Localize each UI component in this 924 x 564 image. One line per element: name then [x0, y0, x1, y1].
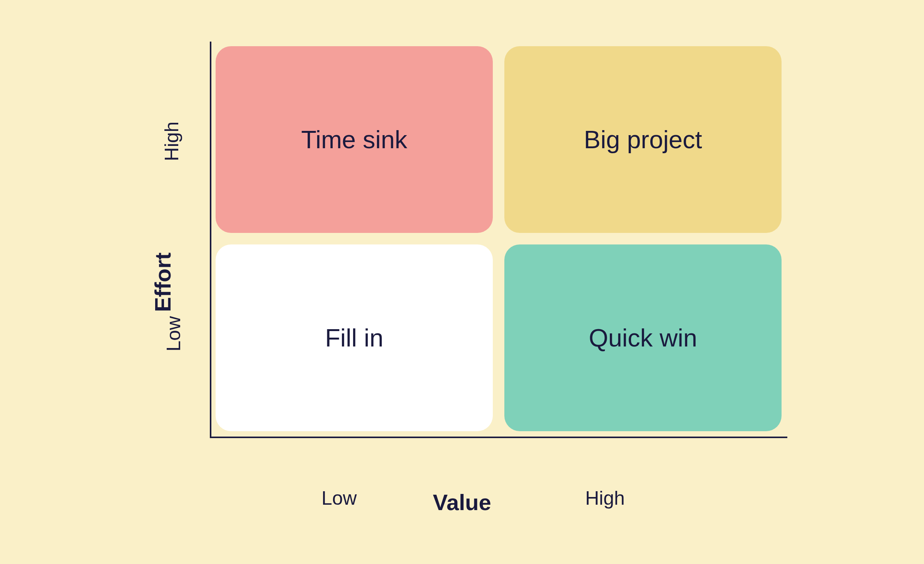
x-axis-label: Value — [433, 489, 491, 515]
quadrant-quick-win: Quick win — [504, 244, 782, 431]
x-axis-tick-high: High — [585, 487, 625, 509]
y-axis-label: Effort — [150, 252, 176, 312]
quadrant-fill-in: Fill in — [216, 244, 493, 431]
y-axis-tick-high: High — [161, 121, 183, 161]
x-axis-tick-low: Low — [321, 487, 357, 509]
effort-value-matrix: Effort High Low Time sink Big project Fi… — [92, 42, 832, 523]
quadrants-grid: Time sink Big project Fill in Quick win — [216, 46, 782, 431]
y-axis-tick-low: Low — [162, 316, 185, 351]
quadrant-time-sink: Time sink — [216, 46, 493, 233]
quadrant-big-project: Big project — [504, 46, 782, 233]
